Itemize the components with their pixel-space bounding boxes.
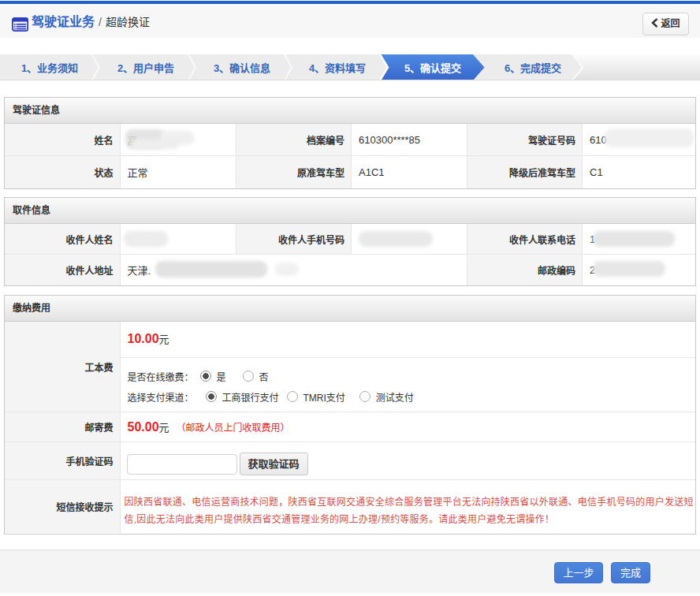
svg-text:1、业务须知: 1、业务须知: [21, 62, 78, 74]
svg-text:3、确认信息: 3、确认信息: [214, 62, 270, 74]
svg-text:2、用户申告: 2、用户申告: [117, 62, 174, 74]
svg-text:4、资料填写: 4、资料填写: [309, 62, 366, 74]
svg-text:6、完成提交: 6、完成提交: [505, 62, 561, 74]
svg-text:5、确认提交: 5、确认提交: [404, 62, 461, 74]
